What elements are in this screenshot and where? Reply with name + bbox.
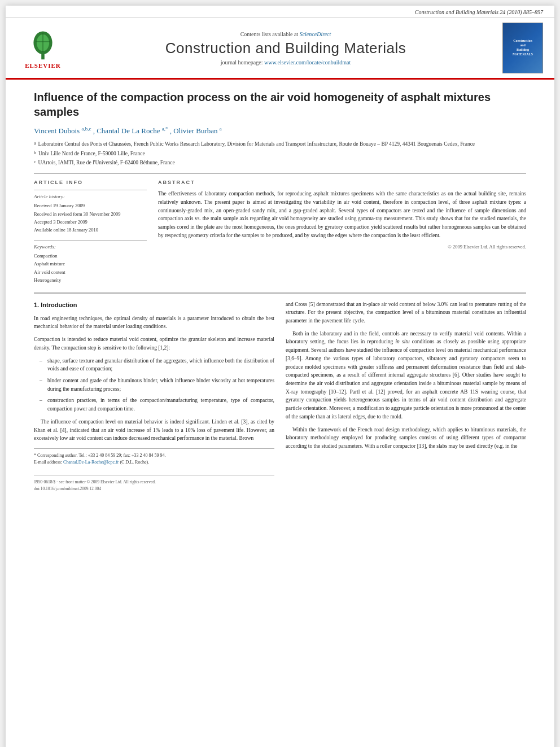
bullet-1: shape, surface texture and granular dist…	[40, 357, 274, 373]
left-info-col: Article Info Article history: Received 1…	[34, 180, 147, 285]
elsevier-logo: ELSEVIER	[15, 23, 71, 73]
footnote-2: E-mail address: Chantal.De-La-Roche@lcpc…	[34, 459, 274, 466]
footer-copyright: 0950-0618/$ - see front matter © 2009 El…	[34, 479, 274, 486]
keywords-block: Keywords: Compaction Asphalt mixture Air…	[34, 240, 147, 285]
elsevier-label: ELSEVIER	[25, 62, 61, 69]
keyword-1: Compaction	[34, 252, 147, 260]
journal-cover: ConstructionandBuildingMATERIALS	[500, 23, 545, 73]
logo-banner: ELSEVIER Contents lists available at Sci…	[6, 18, 554, 80]
footer-doi: doi:10.1016/j.conbuildmat.2009.12.004	[34, 486, 274, 492]
cover-box: ConstructionandBuildingMATERIALS	[502, 23, 543, 73]
copyright-line: © 2009 Elsevier Ltd. All rights reserved…	[158, 244, 526, 250]
author-1: Vincent Dubois	[34, 126, 81, 135]
abstract-text: The effectiveness of laboratory compacti…	[158, 190, 526, 239]
abstract-col: ABSTRACT The effectiveness of laboratory…	[158, 180, 526, 285]
sciencedirect-prefix: Contents lists available at	[240, 31, 298, 37]
affil-b: b Univ Lille Nord de France, F-59000 Lil…	[34, 150, 526, 158]
abstract-label: ABSTRACT	[158, 180, 526, 185]
journal-title-area: Contents lists available at ScienceDirec…	[77, 23, 495, 73]
author-1-sup: a,b,c	[81, 126, 91, 132]
right-para-2: Both in the laboratory and in the field,…	[286, 330, 526, 421]
article-info-label: Article Info	[34, 180, 147, 185]
intro-para-2: Compaction is intended to reduce materia…	[34, 335, 274, 352]
journal-homepage: journal homepage: www.elsevier.com/locat…	[221, 59, 351, 65]
compaction-bullet-list: shape, surface texture and granular dist…	[40, 357, 274, 413]
affil-a: a Laboratoire Central des Ponts et Chaus…	[34, 140, 526, 148]
body-cols: 1. Introduction In road engineering tech…	[34, 300, 526, 492]
affiliations: a Laboratoire Central des Ponts et Chaus…	[34, 140, 526, 167]
article-content: Influence of the compaction process on t…	[6, 80, 554, 502]
affil-c: c UArtois, IAMTI, Rue de l'Université, F…	[34, 159, 526, 167]
affil-c-sup: c	[34, 159, 36, 167]
right-para-1: and Cross [5] demonstrated that an in-pl…	[286, 300, 526, 325]
intro-para-1: In road engineering techniques, the opti…	[34, 314, 274, 331]
footnote-area: * Corresponding author. Tel.: +33 2 40 8…	[34, 448, 274, 466]
author-2-sup: a,*	[162, 126, 168, 132]
affil-b-text: Univ Lille Nord de France, F-59000 Lille…	[38, 150, 145, 158]
info-abstract-cols: Article Info Article history: Received 1…	[34, 180, 526, 285]
keywords-label: Keywords:	[34, 244, 147, 250]
sciencedirect-line: Contents lists available at ScienceDirec…	[240, 31, 331, 37]
author-sep-2: , Olivier Burban	[170, 126, 220, 135]
elsevier-tree-icon	[26, 27, 60, 61]
journal-header: Construction and Building Materials 24 (…	[6, 6, 554, 18]
body-left-col: 1. Introduction In road engineering tech…	[34, 300, 274, 492]
homepage-label: journal homepage:	[221, 59, 264, 65]
keyword-4: Heterogeneity	[34, 276, 147, 284]
page: Construction and Building Materials 24 (…	[6, 6, 554, 747]
date-accepted: Accepted 3 December 2009	[34, 218, 147, 226]
divider-1	[34, 173, 526, 174]
affil-a-sup: a	[34, 140, 36, 148]
author-3-sup: a	[220, 126, 222, 132]
article-title: Influence of the compaction process on t…	[34, 90, 526, 119]
email-link[interactable]: Chantal.De-La-Roche@lcpc.fr	[63, 460, 119, 465]
affil-a-text: Laboratoire Central des Ponts et Chaussé…	[38, 140, 475, 148]
article-dates: Received 19 January 2009 Received in rev…	[34, 202, 147, 234]
bullet-2: binder content and grade of the bitumino…	[40, 377, 274, 393]
keyword-2: Asphalt mixture	[34, 260, 147, 268]
sciencedirect-link[interactable]: ScienceDirect	[300, 31, 331, 37]
date-revised: Received in revised form 30 November 200…	[34, 210, 147, 218]
bullet-3: construction practices, in terms of the …	[40, 396, 274, 413]
affil-c-text: UArtois, IAMTI, Rue de l'Université, F-6…	[38, 159, 175, 167]
footnote-1: * Corresponding author. Tel.: +33 2 40 8…	[34, 452, 274, 459]
date-received: Received 19 January 2009	[34, 202, 147, 209]
body-divider	[34, 292, 526, 294]
journal-main-title: Construction and Building Materials	[165, 40, 406, 57]
section1-heading: 1. Introduction	[34, 300, 274, 310]
body-right-col: and Cross [5] demonstrated that an in-pl…	[286, 300, 526, 492]
journal-reference: Construction and Building Materials 24 (…	[415, 9, 543, 15]
article-history-title: Article history:	[34, 194, 147, 199]
authors-line: Vincent Dubois a,b,c , Chantal De La Roc…	[34, 126, 526, 136]
affil-b-sup: b	[34, 150, 36, 158]
homepage-url[interactable]: www.elsevier.com/locate/conbuildmat	[264, 59, 351, 65]
date-online: Available online 18 January 2010	[34, 226, 147, 234]
intro-para-3: The influence of compaction level on mat…	[34, 418, 274, 443]
right-para-3: Within the framework of the French road …	[286, 426, 526, 451]
author-sep-1: , Chantal De La Roche	[93, 126, 162, 135]
cover-title: ConstructionandBuildingMATERIALS	[513, 39, 533, 56]
keyword-3: Air void content	[34, 268, 147, 276]
footer-bar: 0950-0618/$ - see front matter © 2009 El…	[34, 475, 274, 492]
article-history-block: Article history: Received 19 January 200…	[34, 190, 147, 234]
